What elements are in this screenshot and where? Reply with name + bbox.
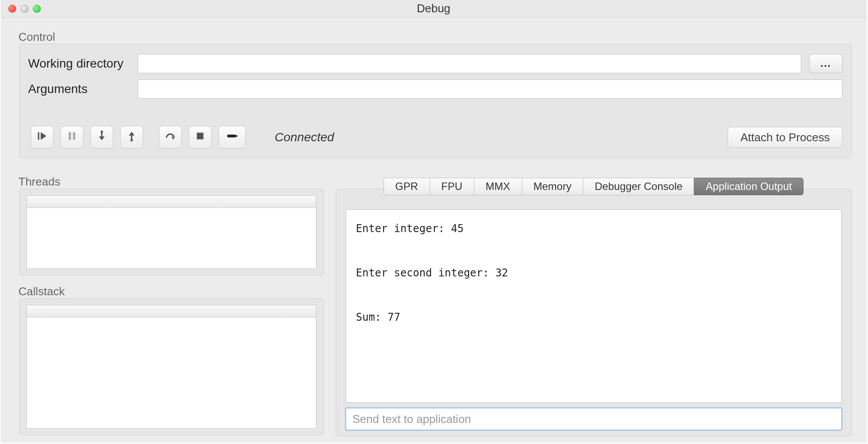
tab-label: Application Output (706, 180, 792, 193)
step-into-button[interactable] (90, 126, 113, 149)
connection-status: Connected (275, 130, 334, 144)
pause-icon (66, 130, 78, 144)
tab-label: FPU (441, 180, 463, 193)
titlebar: Debug (2, 0, 865, 18)
svg-rect-0 (38, 132, 39, 140)
svg-rect-3 (73, 132, 75, 140)
stop-icon (194, 130, 206, 144)
step-over-icon (165, 130, 176, 144)
tab-gpr[interactable]: GPR (384, 178, 430, 195)
attach-to-process-button[interactable]: Attach to Process (728, 127, 843, 148)
zoom-icon[interactable] (33, 5, 41, 13)
tab-label: Memory (534, 180, 572, 193)
tab-fpu[interactable]: FPU (430, 178, 474, 195)
stop-button[interactable] (189, 126, 212, 149)
minimize-icon[interactable] (21, 5, 29, 13)
send-line (346, 408, 842, 430)
application-output[interactable]: Enter integer: 45 Enter second integer: … (346, 209, 842, 403)
working-dir-row: Working directory ... (28, 53, 843, 74)
breakpoint-icon (226, 130, 238, 144)
window-title: Debug (417, 2, 451, 15)
tab-bar: GPR FPU MMX Memory Debugger Console Appl… (336, 178, 851, 197)
pause-button[interactable] (61, 126, 83, 149)
run-button[interactable] (31, 126, 54, 149)
browse-button[interactable]: ... (809, 54, 843, 73)
working-dir-label: Working directory (28, 57, 138, 71)
svg-marker-13 (236, 135, 238, 138)
callstack-group: Callstack (19, 298, 324, 435)
step-out-icon (126, 130, 137, 144)
threads-group: Threads (19, 189, 324, 276)
svg-rect-11 (197, 132, 203, 139)
tab-memory[interactable]: Memory (522, 178, 584, 195)
window-body: Control Working directory ... Arguments (2, 18, 865, 441)
threads-list-header (27, 196, 316, 208)
tab-application-output[interactable]: Application Output (694, 178, 803, 195)
working-dir-input[interactable] (138, 54, 801, 73)
step-over-button[interactable] (159, 126, 182, 149)
step-into-icon (96, 130, 108, 144)
threads-list[interactable] (26, 195, 316, 269)
tab-label: Debugger Console (595, 180, 682, 193)
right-panel: GPR FPU MMX Memory Debugger Console Appl… (336, 189, 852, 437)
step-out-button[interactable] (120, 126, 143, 149)
svg-point-6 (100, 131, 103, 133)
callstack-list[interactable] (26, 305, 316, 429)
callstack-list-header (27, 305, 316, 318)
svg-rect-12 (227, 135, 236, 138)
tab-label: GPR (395, 180, 418, 193)
window-controls (8, 5, 41, 13)
control-group-label: Control (18, 30, 55, 44)
arguments-row: Arguments (28, 79, 843, 100)
tab-label: MMX (486, 180, 510, 193)
send-text-input[interactable] (346, 408, 842, 430)
debug-toolbar: Connected Attach to Process (31, 125, 843, 150)
tab-mmx[interactable]: MMX (474, 178, 522, 195)
arguments-label: Arguments (28, 82, 138, 96)
play-icon (36, 130, 48, 144)
svg-point-9 (130, 139, 133, 141)
breakpoint-button[interactable] (219, 126, 246, 149)
control-group: Control Working directory ... Arguments (19, 44, 852, 158)
tab-debugger-console[interactable]: Debugger Console (583, 178, 694, 195)
threads-label: Threads (18, 175, 60, 189)
svg-marker-5 (99, 136, 105, 140)
svg-marker-1 (41, 132, 47, 140)
callstack-label: Callstack (18, 285, 65, 298)
svg-rect-2 (68, 132, 71, 140)
arguments-input[interactable] (138, 79, 843, 99)
close-icon[interactable] (8, 5, 16, 13)
svg-marker-8 (129, 132, 135, 136)
